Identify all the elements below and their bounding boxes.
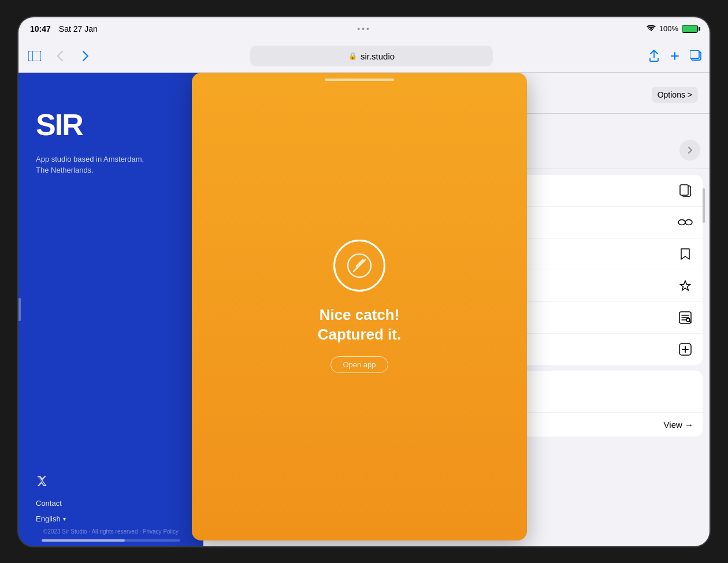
url-bar[interactable]: 🔒 sir.studio <box>250 46 493 66</box>
status-icons: 100% <box>647 24 698 33</box>
capture-app-overlay: Nice catch! Captured it. Open app <box>192 73 527 540</box>
language-selector[interactable]: English ▾ <box>36 514 66 523</box>
svg-rect-6 <box>690 50 699 58</box>
browser-chrome: 🔒 sir.studio <box>18 40 710 73</box>
status-date: Sat 27 Jan <box>59 24 98 33</box>
website-scrollbar <box>42 539 180 542</box>
ipad-frame: 10:47 Sat 27 Jan ••• 100% <box>17 16 711 547</box>
find-on-page-icon <box>677 310 693 326</box>
copy-icon <box>677 182 693 199</box>
right-scrollbar <box>703 188 705 223</box>
main-area: SIR App studio based in Amsterdam, The N… <box>18 73 710 546</box>
favourites-star-icon <box>677 278 693 294</box>
svg-point-7 <box>348 254 371 277</box>
website-bottom: Contact English ▾ <box>36 475 66 523</box>
browser-actions <box>648 50 703 62</box>
drag-handle <box>325 79 394 81</box>
bookmark-icon <box>677 246 693 262</box>
add-home-screen-icon <box>677 341 693 357</box>
status-bar: 10:47 Sat 27 Jan ••• 100% <box>18 17 710 40</box>
site-tagline: App studio based in Amsterdam, The Nethe… <box>36 154 144 176</box>
svg-point-0 <box>651 30 652 31</box>
url-bar-container: 🔒 sir.studio <box>102 46 641 66</box>
chevron-down-icon: ▾ <box>63 516 66 522</box>
options-button[interactable]: Options > <box>652 87 698 103</box>
svg-rect-14 <box>680 185 688 195</box>
forward-button[interactable] <box>76 47 95 65</box>
open-app-button[interactable]: Open app <box>330 356 388 373</box>
website-sidebar: SIR App studio based in Amsterdam, The N… <box>18 73 203 546</box>
battery-percentage: 100% <box>659 24 678 33</box>
url-text: sir.studio <box>361 51 395 61</box>
capture-circle <box>333 240 385 292</box>
site-logo: SIR <box>36 107 83 142</box>
reading-list-icon <box>677 214 693 230</box>
svg-point-16 <box>685 219 692 225</box>
svg-line-8 <box>354 260 365 271</box>
new-tab-button[interactable] <box>669 50 681 62</box>
wifi-icon <box>647 24 656 33</box>
share-button[interactable] <box>648 50 660 62</box>
capture-title: Nice catch! Captured it. <box>318 305 401 345</box>
contact-link[interactable]: Contact <box>36 499 66 508</box>
back-button[interactable] <box>51 47 69 65</box>
more-apps-button[interactable] <box>679 140 700 161</box>
capture-icon-container <box>333 240 385 292</box>
svg-point-15 <box>678 219 685 225</box>
lock-icon: 🔒 <box>348 52 357 60</box>
x-twitter-icon <box>36 475 66 490</box>
website-footer: ©2023 Sir Studio · All rights reserved ·… <box>18 526 203 537</box>
status-time: 10:47 <box>30 24 51 33</box>
svg-rect-1 <box>28 51 41 61</box>
sidebar-toggle-button[interactable] <box>25 47 44 65</box>
battery-icon <box>682 25 698 33</box>
scroll-indicator <box>18 298 21 321</box>
tabs-button[interactable] <box>690 50 703 62</box>
